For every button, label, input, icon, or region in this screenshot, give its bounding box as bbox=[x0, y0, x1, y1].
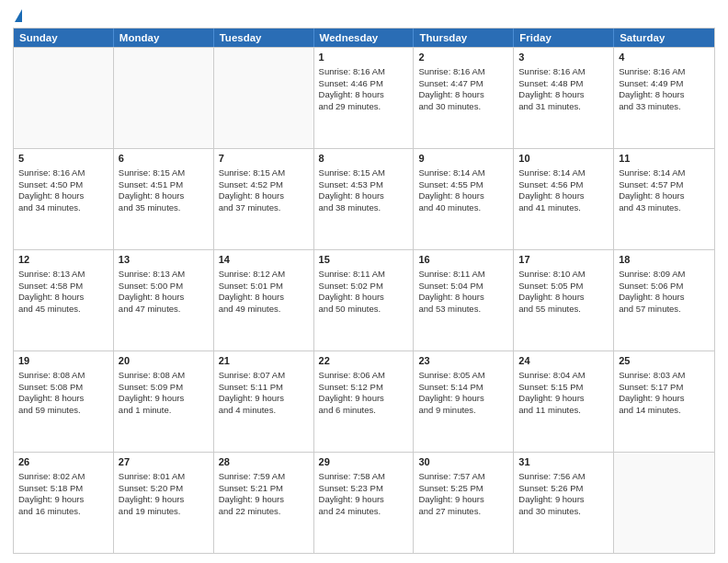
day-number: 26 bbox=[18, 455, 108, 469]
day-info: and 59 minutes. bbox=[18, 405, 108, 417]
day-cell-3: 3Sunrise: 8:16 AMSunset: 4:48 PMDaylight… bbox=[514, 48, 614, 148]
day-info: Daylight: 9 hours bbox=[219, 393, 309, 405]
header-day-saturday: Saturday bbox=[614, 29, 714, 47]
day-number: 11 bbox=[619, 152, 710, 166]
day-info: Sunset: 4:52 PM bbox=[219, 179, 309, 191]
header-day-monday: Monday bbox=[114, 29, 214, 47]
day-info: Sunrise: 8:01 AM bbox=[119, 471, 209, 483]
header-day-tuesday: Tuesday bbox=[214, 29, 314, 47]
day-info: Daylight: 8 hours bbox=[18, 190, 108, 202]
day-info: Sunset: 5:15 PM bbox=[518, 382, 609, 394]
day-info: Sunrise: 8:07 AM bbox=[219, 370, 309, 382]
day-info: Daylight: 8 hours bbox=[418, 89, 508, 101]
day-info: Sunrise: 7:58 AM bbox=[319, 471, 409, 483]
day-info: Sunrise: 8:14 AM bbox=[418, 167, 508, 179]
day-info: Sunset: 5:17 PM bbox=[619, 382, 710, 394]
day-cell-28: 28Sunrise: 7:59 AMSunset: 5:21 PMDayligh… bbox=[214, 453, 314, 553]
day-cell-19: 19Sunrise: 8:08 AMSunset: 5:08 PMDayligh… bbox=[14, 351, 114, 452]
day-info: Daylight: 9 hours bbox=[219, 494, 309, 506]
day-info: and 49 minutes. bbox=[219, 304, 309, 316]
day-info: Sunrise: 8:16 AM bbox=[518, 66, 609, 78]
day-number: 1 bbox=[319, 51, 409, 64]
day-info: and 16 minutes. bbox=[18, 506, 108, 518]
day-info: Sunrise: 8:15 AM bbox=[119, 167, 209, 179]
day-cell-5: 5Sunrise: 8:16 AMSunset: 4:50 PMDaylight… bbox=[14, 149, 114, 249]
day-cell-25: 25Sunrise: 8:03 AMSunset: 5:17 PMDayligh… bbox=[614, 351, 714, 452]
day-info: Sunset: 5:20 PM bbox=[119, 483, 209, 495]
header-day-sunday: Sunday bbox=[14, 29, 114, 47]
day-number: 8 bbox=[319, 152, 409, 166]
day-info: Daylight: 9 hours bbox=[119, 494, 209, 506]
day-number: 7 bbox=[219, 152, 309, 166]
day-info: and 38 minutes. bbox=[319, 202, 409, 214]
day-number: 30 bbox=[418, 455, 508, 469]
day-info: Sunrise: 8:14 AM bbox=[518, 167, 609, 179]
day-info: Daylight: 9 hours bbox=[319, 494, 409, 506]
day-cell-23: 23Sunrise: 8:05 AMSunset: 5:14 PMDayligh… bbox=[414, 351, 514, 452]
page: SundayMondayTuesdayWednesdayThursdayFrid… bbox=[0, 0, 728, 563]
day-number: 31 bbox=[518, 455, 609, 469]
day-info: and 30 minutes. bbox=[418, 101, 508, 113]
day-info: Sunset: 5:08 PM bbox=[18, 382, 108, 394]
day-info: Sunrise: 7:59 AM bbox=[219, 471, 309, 483]
day-cell-empty-4-6 bbox=[614, 453, 714, 553]
day-info: Sunrise: 8:11 AM bbox=[319, 269, 409, 281]
day-info: Daylight: 8 hours bbox=[219, 190, 309, 202]
day-info: Daylight: 8 hours bbox=[619, 292, 710, 304]
day-info: Sunrise: 8:05 AM bbox=[418, 370, 508, 382]
day-info: and 50 minutes. bbox=[319, 304, 409, 316]
day-info: Sunrise: 8:09 AM bbox=[619, 269, 710, 281]
day-cell-8: 8Sunrise: 8:15 AMSunset: 4:53 PMDaylight… bbox=[314, 149, 415, 249]
day-info: Daylight: 8 hours bbox=[219, 292, 309, 304]
day-info: Daylight: 8 hours bbox=[518, 190, 609, 202]
day-cell-26: 26Sunrise: 8:02 AMSunset: 5:18 PMDayligh… bbox=[14, 453, 114, 553]
day-number: 14 bbox=[219, 253, 309, 267]
day-info: and 24 minutes. bbox=[319, 506, 409, 518]
day-info: Sunset: 5:23 PM bbox=[319, 483, 409, 495]
day-info: Sunset: 4:58 PM bbox=[18, 281, 108, 293]
day-cell-16: 16Sunrise: 8:11 AMSunset: 5:04 PMDayligh… bbox=[414, 250, 514, 350]
day-info: Daylight: 8 hours bbox=[518, 292, 609, 304]
day-number: 22 bbox=[319, 354, 409, 368]
day-info: Daylight: 9 hours bbox=[518, 393, 609, 405]
day-info: Sunset: 4:57 PM bbox=[619, 179, 710, 191]
day-info: Sunset: 5:26 PM bbox=[518, 483, 609, 495]
day-cell-15: 15Sunrise: 8:11 AMSunset: 5:02 PMDayligh… bbox=[314, 250, 415, 350]
day-info: Sunrise: 8:16 AM bbox=[418, 66, 508, 78]
day-cell-1: 1Sunrise: 8:16 AMSunset: 4:46 PMDaylight… bbox=[314, 48, 415, 148]
day-info: and 11 minutes. bbox=[518, 405, 609, 417]
day-info: Sunset: 5:21 PM bbox=[219, 483, 309, 495]
day-info: Sunset: 4:46 PM bbox=[319, 78, 409, 90]
day-cell-9: 9Sunrise: 8:14 AMSunset: 4:55 PMDaylight… bbox=[414, 149, 514, 249]
day-info: Sunrise: 8:02 AM bbox=[18, 471, 108, 483]
day-number: 5 bbox=[18, 152, 108, 166]
day-cell-22: 22Sunrise: 8:06 AMSunset: 5:12 PMDayligh… bbox=[314, 351, 415, 452]
day-info: Sunset: 5:12 PM bbox=[319, 382, 409, 394]
day-info: Sunset: 4:49 PM bbox=[619, 78, 710, 90]
header bbox=[13, 9, 715, 22]
day-number: 2 bbox=[418, 51, 508, 64]
day-number: 10 bbox=[518, 152, 609, 166]
day-cell-11: 11Sunrise: 8:14 AMSunset: 4:57 PMDayligh… bbox=[614, 149, 714, 249]
day-info: Sunrise: 8:14 AM bbox=[619, 167, 710, 179]
day-number: 4 bbox=[619, 51, 710, 64]
day-number: 17 bbox=[518, 253, 609, 267]
day-cell-17: 17Sunrise: 8:10 AMSunset: 5:05 PMDayligh… bbox=[514, 250, 614, 350]
day-info: Daylight: 9 hours bbox=[518, 494, 609, 506]
day-cell-4: 4Sunrise: 8:16 AMSunset: 4:49 PMDaylight… bbox=[614, 48, 714, 148]
day-info: Sunset: 5:06 PM bbox=[619, 281, 710, 293]
day-info: Sunset: 4:53 PM bbox=[319, 179, 409, 191]
day-info: Sunrise: 8:03 AM bbox=[619, 370, 710, 382]
day-cell-2: 2Sunrise: 8:16 AMSunset: 4:47 PMDaylight… bbox=[414, 48, 514, 148]
day-info: Sunrise: 8:06 AM bbox=[319, 370, 409, 382]
day-info: Daylight: 8 hours bbox=[18, 292, 108, 304]
calendar-row-1: 5Sunrise: 8:16 AMSunset: 4:50 PMDaylight… bbox=[14, 148, 714, 249]
day-info: Sunset: 4:50 PM bbox=[18, 179, 108, 191]
calendar-body: 1Sunrise: 8:16 AMSunset: 4:46 PMDaylight… bbox=[14, 47, 714, 553]
day-info: Sunset: 4:56 PM bbox=[518, 179, 609, 191]
day-info: and 27 minutes. bbox=[418, 506, 508, 518]
day-info: Sunset: 4:48 PM bbox=[518, 78, 609, 90]
day-info: Daylight: 8 hours bbox=[518, 89, 609, 101]
day-info: Sunset: 5:02 PM bbox=[319, 281, 409, 293]
header-day-wednesday: Wednesday bbox=[314, 29, 415, 47]
